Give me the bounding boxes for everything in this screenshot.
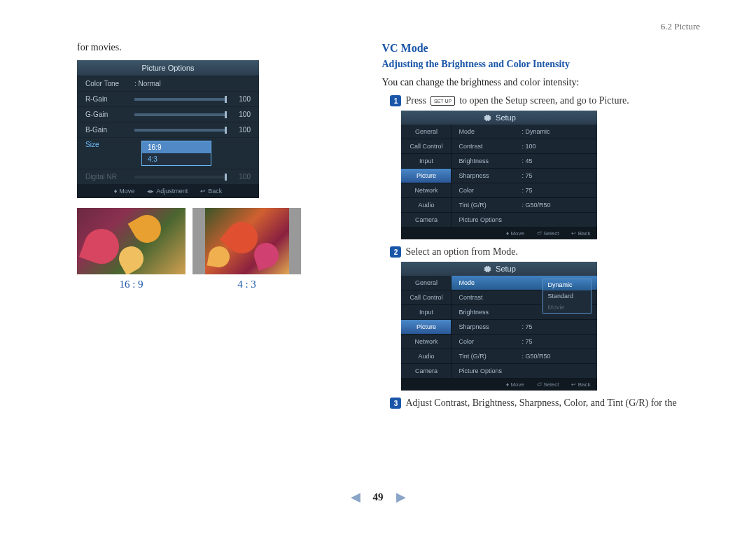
heading-vc-mode: VC Mode bbox=[382, 42, 700, 55]
gear-icon bbox=[483, 113, 491, 122]
pager: ◀ 49 ▶ bbox=[0, 489, 756, 505]
sample-image-43 bbox=[205, 208, 289, 274]
osd-label: G-Gain bbox=[85, 111, 134, 118]
nav-item: Input bbox=[401, 305, 451, 320]
sample-image-169 bbox=[77, 208, 186, 274]
setup-list: Mode: Dynamic Contrast: 100 Brightness: … bbox=[451, 125, 597, 227]
osd-row-size: Size 16:9 4:3 bbox=[77, 137, 259, 169]
slider-icon bbox=[134, 98, 227, 101]
sample-image-43-wrap bbox=[192, 208, 301, 274]
nav-item-selected: Picture bbox=[401, 169, 451, 183]
nav-item-selected: Picture bbox=[401, 320, 451, 335]
nav-item: Input bbox=[401, 154, 451, 169]
step-number-icon: 2 bbox=[390, 246, 401, 258]
osd-row-rgain: R-Gain 100 bbox=[77, 91, 259, 106]
ratio-labels: 16 : 9 4 : 3 bbox=[77, 279, 340, 290]
step-number-icon: 1 bbox=[390, 95, 401, 106]
osd-drop-item: 16:9 bbox=[142, 141, 211, 153]
pager-prev-icon[interactable]: ◀ bbox=[351, 489, 360, 505]
osd-label: R-Gain bbox=[85, 95, 134, 103]
updown-icon: ♦ bbox=[506, 230, 509, 237]
slider-icon bbox=[134, 113, 227, 116]
setup-key-icon: SET UP bbox=[430, 96, 455, 106]
osd-row-colortone: Color Tone : Normal bbox=[77, 76, 259, 91]
pager-number: 49 bbox=[373, 491, 384, 503]
step-3: 3 Adjust Contrast, Brightness, Sharpness… bbox=[390, 398, 700, 409]
osd-row-ggain: G-Gain 100 bbox=[77, 106, 259, 122]
osd-setup-title: Setup bbox=[401, 262, 597, 276]
nav-item: Audio bbox=[401, 349, 451, 364]
leftright-icon: ◂▸ bbox=[147, 188, 154, 195]
osd-label: B-Gain bbox=[85, 126, 134, 134]
mode-popup: Dynamic Standard Movie bbox=[542, 279, 592, 314]
osd-value: 100 bbox=[232, 173, 251, 181]
page-body: for movies. Picture Options Color Tone :… bbox=[0, 0, 756, 413]
updown-icon: ♦ bbox=[506, 381, 509, 388]
step-text: Select an option from Mode. bbox=[405, 246, 518, 258]
ratio-label-43: 4 : 3 bbox=[192, 279, 301, 290]
nav-item: Network bbox=[401, 335, 451, 349]
osd-setup-footer: ♦ Move ⏎ Select ↩ Back bbox=[401, 379, 597, 391]
mode-popup-item: Movie bbox=[543, 302, 591, 313]
ratio-demo-row bbox=[77, 208, 340, 274]
nav-item: Call Control bbox=[401, 290, 451, 305]
step-text: Adjust Contrast, Brightness, Sharpness, … bbox=[405, 398, 676, 409]
mode-popup-item: Standard bbox=[543, 290, 591, 302]
osd-value: : Normal bbox=[134, 80, 161, 87]
nav-item: Camera bbox=[401, 213, 451, 227]
nav-item: Call Control bbox=[401, 139, 451, 154]
subheading: Adjusting the Brightness and Color Inten… bbox=[382, 59, 700, 70]
setup-nav: General Call Control Input Picture Netwo… bbox=[401, 276, 451, 379]
section-label: 6.2 Picture bbox=[661, 21, 700, 32]
osd-row-bgain: B-Gain 100 bbox=[77, 122, 259, 137]
enter-icon: ⏎ bbox=[537, 381, 542, 388]
osd-label: Size bbox=[85, 141, 134, 148]
osd-value: 100 bbox=[232, 111, 251, 118]
intro-text: for movies. bbox=[77, 42, 340, 53]
back-icon: ↩ bbox=[571, 230, 576, 237]
step-text: to open the Setup screen, and go to Pict… bbox=[459, 95, 629, 106]
osd-value: 100 bbox=[232, 126, 251, 134]
updown-icon: ♦ bbox=[114, 188, 118, 195]
step-1: 1 Press SET UP to open the Setup screen,… bbox=[390, 95, 700, 106]
gear-icon bbox=[483, 265, 491, 273]
osd-setup-title: Setup bbox=[401, 111, 597, 125]
osd-picture-options: Picture Options Color Tone : Normal R-Ga… bbox=[77, 60, 259, 198]
setup-list: Mode Contrast Brightness Sharpness: 75 C… bbox=[451, 276, 597, 379]
nav-item: Network bbox=[401, 183, 451, 198]
nav-item: General bbox=[401, 276, 451, 290]
back-icon: ↩ bbox=[200, 188, 206, 195]
osd-value: 100 bbox=[232, 95, 251, 103]
setup-nav: General Call Control Input Picture Netwo… bbox=[401, 125, 451, 227]
right-column: VC Mode Adjusting the Brightness and Col… bbox=[382, 42, 700, 413]
step-number-icon: 3 bbox=[390, 398, 401, 409]
osd-setup-footer: ♦ Move ⏎ Select ↩ Back bbox=[401, 227, 597, 239]
osd-setup-1: Setup General Call Control Input Picture… bbox=[401, 111, 597, 239]
osd-title: Picture Options bbox=[77, 60, 259, 76]
pager-next-icon[interactable]: ▶ bbox=[396, 489, 406, 505]
osd-setup-2: Setup General Call Control Input Picture… bbox=[401, 262, 597, 391]
osd-size-dropdown: 16:9 4:3 bbox=[141, 141, 211, 166]
osd-label: Color Tone bbox=[85, 80, 134, 87]
slider-icon bbox=[134, 176, 227, 178]
osd-row-digitalnr: Digital NR 100 bbox=[77, 169, 259, 184]
slider-icon bbox=[134, 129, 227, 132]
osd-footer: ♦Move ◂▸Adjustment ↩Back bbox=[77, 184, 259, 198]
step-2: 2 Select an option from Mode. bbox=[390, 246, 700, 258]
osd-drop-item: 4:3 bbox=[142, 153, 211, 165]
ratio-label-169: 16 : 9 bbox=[77, 279, 186, 290]
osd-label: Digital NR bbox=[85, 173, 134, 181]
step-text: Press bbox=[405, 95, 426, 106]
nav-item: General bbox=[401, 125, 451, 139]
mode-popup-item: Dynamic bbox=[543, 279, 591, 290]
enter-icon: ⏎ bbox=[537, 230, 542, 237]
back-icon: ↩ bbox=[571, 381, 576, 388]
intro-text: You can change the brightness and color … bbox=[382, 77, 700, 88]
nav-item: Camera bbox=[401, 364, 451, 379]
nav-item: Audio bbox=[401, 198, 451, 213]
left-column: for movies. Picture Options Color Tone :… bbox=[77, 42, 340, 413]
